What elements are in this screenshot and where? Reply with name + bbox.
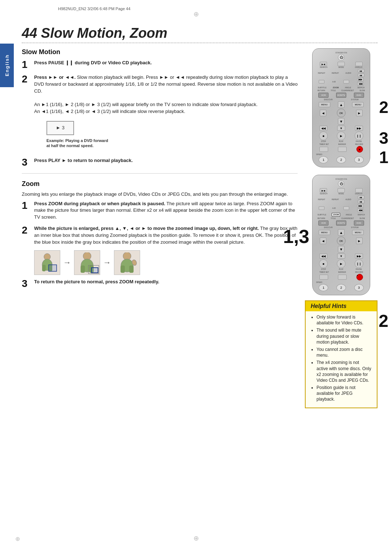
stop-btn[interactable]: ■ bbox=[319, 131, 328, 140]
r2-rew-btn[interactable]: ◀◀ bbox=[357, 208, 364, 212]
arrow-1: → bbox=[63, 258, 71, 267]
play-btn[interactable]: ▶ bbox=[337, 131, 346, 140]
r2-row-return: RETURN TITLE CLEAR/RESET SLOW bbox=[315, 217, 368, 219]
mode-btn-area: MODE bbox=[338, 62, 345, 68]
zoom-step2-num: 2 bbox=[22, 225, 30, 235]
left-btn[interactable]: ◄ bbox=[320, 110, 326, 116]
remote-row-return: RETURN TITLE CLEAR/RESET SLOW bbox=[315, 89, 368, 92]
power-btn[interactable]: ⏻ bbox=[338, 54, 344, 61]
num1-btn[interactable]: 1 bbox=[319, 156, 328, 163]
r2-title-label: TITLE bbox=[331, 217, 336, 219]
down-transport-btn[interactable]: ▼ bbox=[337, 126, 345, 131]
skip-fwd-btn[interactable]: ⏭ bbox=[358, 69, 364, 73]
pause-area: ❙❙ PAUSE bbox=[355, 131, 363, 142]
menu-left-btn[interactable]: MENU bbox=[319, 102, 330, 107]
right-btn[interactable]: ► bbox=[356, 110, 363, 116]
r2-row-2: REPEAT REPEAT AUDIO ⏭ ⏮ bbox=[315, 195, 368, 203]
r2-vcrtv-btn[interactable]: VCR/TV bbox=[336, 220, 346, 226]
menu-right-btn[interactable]: MENU bbox=[352, 102, 364, 107]
r2-standby-label: STANDBY/ON bbox=[315, 178, 368, 180]
rpt2-btn[interactable] bbox=[343, 80, 349, 84]
up-btn[interactable]: ▲ bbox=[338, 101, 344, 108]
r2-skip-btns: ⏭ ⏮ bbox=[358, 195, 364, 203]
zoom-step3-content: To return the picture to normal, press Z… bbox=[34, 279, 159, 285]
vcr-btn[interactable]: VCR bbox=[318, 93, 328, 98]
r2-stop-btn[interactable]: ■ bbox=[319, 259, 328, 268]
r2-down-t-btn[interactable]: ▼ bbox=[337, 254, 345, 259]
r2-timerset-btn[interactable] bbox=[319, 275, 328, 280]
r2-menu-left-btn[interactable]: MENU bbox=[319, 230, 330, 235]
r2-return-label: RETURN bbox=[318, 217, 325, 219]
hint-item-4: The x4 zooming is not active with some d… bbox=[317, 360, 372, 383]
ff-transport-btn[interactable]: ▶▶ bbox=[355, 126, 363, 131]
ok-btn[interactable]: OK bbox=[337, 109, 346, 117]
r2-play-btn[interactable]: ▶ bbox=[337, 259, 346, 268]
r2-marker-btn[interactable] bbox=[338, 275, 347, 280]
num2-btn[interactable]: 2 bbox=[336, 156, 346, 163]
remote-row-nav: ◄ OK ► bbox=[315, 109, 368, 117]
r2-rew-t-btn[interactable]: ◀◀ bbox=[319, 254, 327, 259]
r2-dvd-btn[interactable]: DVD bbox=[354, 220, 364, 226]
r2-mode-btn[interactable] bbox=[338, 188, 345, 193]
remote-transport-1: ◀◀ ▼ ▶▶ bbox=[315, 126, 368, 131]
section-divider bbox=[22, 173, 298, 174]
ff-btn[interactable]: ▶▶ bbox=[357, 78, 364, 81]
pause-btn[interactable]: ❙❙ bbox=[355, 131, 363, 140]
r2-pause-btn[interactable]: ❙❙ bbox=[355, 259, 363, 268]
r2-row-1: ▶◀ SEARCH MODE DISPLAY bbox=[315, 188, 368, 195]
helpful-hints-box: Helpful Hints Only slow forward is abail… bbox=[305, 300, 377, 408]
r2-search-btn[interactable]: ▶◀ bbox=[320, 188, 327, 193]
r2-stop-label: STOP bbox=[319, 268, 328, 270]
marker-btn[interactable] bbox=[338, 147, 347, 152]
rew-btn[interactable]: ◀◀ bbox=[357, 82, 364, 86]
zoom-label: ZOOM bbox=[333, 86, 339, 89]
zoom-heading: Zoom bbox=[22, 180, 298, 188]
r2-rpt1-btn[interactable] bbox=[319, 206, 324, 210]
r2-transport-2: ■ STOP ▶ PLAY ❙❙ PAUSE bbox=[315, 259, 368, 270]
r2-display-btn[interactable] bbox=[355, 188, 363, 193]
r2-num-row: 1 2 3 bbox=[315, 284, 368, 291]
reg-mark-bottom-left: ⊕ bbox=[15, 535, 20, 542]
r2-down-btn[interactable]: ▼ bbox=[338, 246, 344, 252]
r2-skipbck-btn[interactable]: ⏮ bbox=[358, 200, 364, 203]
r2-left-btn[interactable]: ◄ bbox=[320, 238, 326, 244]
mode-btn[interactable] bbox=[338, 62, 345, 66]
record-btn[interactable]: ● bbox=[356, 146, 363, 153]
r2-record-btn[interactable]: ● bbox=[356, 274, 363, 280]
r2-ff-btn[interactable]: ▶▶ bbox=[357, 204, 364, 208]
num3-btn[interactable]: 3 bbox=[354, 156, 364, 163]
r2-slow-label: SLOW bbox=[360, 217, 365, 219]
vcrtv-btn[interactable]: VCR/TV bbox=[336, 93, 346, 98]
r2-up-btn[interactable]: ▲ bbox=[338, 229, 344, 236]
r2-power-btn[interactable]: ⏻ bbox=[338, 181, 344, 187]
r2-right-btn[interactable]: ► bbox=[356, 238, 363, 244]
rew-transport-btn[interactable]: ◀◀ bbox=[319, 126, 327, 131]
person-svg-1 bbox=[36, 252, 58, 273]
r2-menu-right-btn[interactable]: MENU bbox=[352, 230, 364, 235]
zoom-img-3 bbox=[114, 250, 140, 275]
mode-label: MODE bbox=[338, 66, 345, 68]
r2-ok-btn[interactable]: OK bbox=[337, 236, 346, 245]
r2-clear-label: CLEAR/RESET bbox=[341, 217, 354, 219]
timerset-btn[interactable] bbox=[319, 147, 328, 152]
r2-row-vcr: VCR VCR/TV DVD bbox=[315, 220, 368, 226]
r2-skipfwd-btn[interactable]: ⏭ bbox=[358, 195, 364, 199]
r2-vcr-btn[interactable]: VCR bbox=[318, 220, 328, 226]
r2-num2-btn[interactable]: 2 bbox=[336, 284, 346, 291]
rpt1-btn[interactable] bbox=[319, 80, 324, 84]
search-label: SEARCH bbox=[320, 66, 327, 68]
remote1-body: STANDBY/ON ⏻ ▶◀ SEARCH MODE bbox=[312, 48, 370, 167]
big-num-1: 1 bbox=[379, 147, 388, 167]
display-btn[interactable] bbox=[355, 62, 363, 66]
angle-label: ANGLE bbox=[345, 86, 351, 89]
search-btn[interactable]: ▶◀ bbox=[320, 62, 327, 66]
r2-num1-btn[interactable]: 1 bbox=[319, 284, 328, 291]
r2-ff-t-btn[interactable]: ▶▶ bbox=[355, 254, 363, 259]
r2-num3-btn[interactable]: 3 bbox=[354, 284, 364, 291]
r2-rpt2-btn[interactable] bbox=[343, 206, 349, 210]
zoom-step3-num: 3 bbox=[22, 279, 30, 289]
skip-bck-btn[interactable]: ⏮ bbox=[358, 73, 364, 77]
down-btn[interactable]: ▼ bbox=[338, 118, 344, 125]
dvd-btn[interactable]: DVD bbox=[354, 93, 364, 98]
clear-label: CLEAR/RESET bbox=[341, 89, 354, 92]
